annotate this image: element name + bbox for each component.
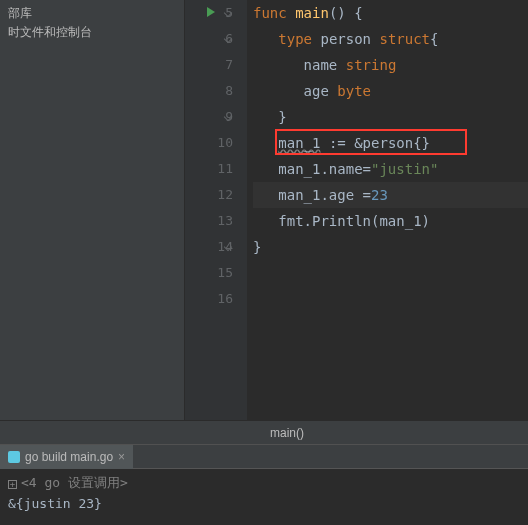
code-line[interactable]: man_1 := &person{} [253, 130, 528, 156]
sidebar-item[interactable]: 部库 [8, 4, 176, 23]
breadcrumb-text: main() [270, 426, 304, 440]
code-line[interactable]: age byte [253, 78, 528, 104]
close-icon[interactable]: × [118, 450, 125, 464]
expand-icon[interactable]: + [8, 480, 17, 489]
sidebar-item[interactable]: 时文件和控制台 [8, 23, 176, 42]
editor[interactable]: 5678910111213141516 func main() { type p… [185, 0, 528, 420]
line-number: 5 [185, 0, 233, 26]
fold-icon[interactable] [224, 113, 232, 121]
console-output: &{justin 23} [8, 494, 520, 515]
code-line[interactable] [253, 260, 528, 286]
line-number: 7 [185, 52, 233, 78]
console[interactable]: +<4 go 设置调用> &{justin 23} [0, 468, 528, 519]
line-number: 14 [185, 234, 233, 260]
line-number: 16 [185, 286, 233, 312]
line-number: 9 [185, 104, 233, 130]
line-number: 10 [185, 130, 233, 156]
code-line[interactable]: func main() { [253, 0, 528, 26]
run-tab[interactable]: go build main.go × [0, 445, 133, 469]
go-icon [8, 451, 20, 463]
sidebar: 部库 时文件和控制台 [0, 0, 185, 420]
code-line[interactable]: man_1.age =23 [253, 182, 528, 208]
line-number: 13 [185, 208, 233, 234]
code-line[interactable]: } [253, 234, 528, 260]
run-tab-bar: go build main.go × [0, 444, 528, 468]
code-line[interactable] [253, 286, 528, 312]
fold-icon[interactable] [224, 35, 232, 43]
code-line[interactable]: } [253, 104, 528, 130]
breadcrumb[interactable]: main() [0, 420, 528, 444]
line-number: 12 [185, 182, 233, 208]
run-icon[interactable] [207, 7, 215, 17]
line-number: 11 [185, 156, 233, 182]
line-number: 8 [185, 78, 233, 104]
code-area[interactable]: func main() { type person struct{ name s… [247, 0, 528, 420]
code-line[interactable]: type person struct{ [253, 26, 528, 52]
gutter: 5678910111213141516 [185, 0, 247, 420]
code-line[interactable]: fmt.Println(man_1) [253, 208, 528, 234]
code-line[interactable]: name string [253, 52, 528, 78]
line-number: 6 [185, 26, 233, 52]
line-number: 15 [185, 260, 233, 286]
fold-icon[interactable] [224, 243, 232, 251]
code-line[interactable]: man_1.name="justin" [253, 156, 528, 182]
fold-icon[interactable] [224, 9, 232, 17]
tab-label: go build main.go [25, 450, 113, 464]
console-meta: +<4 go 设置调用> [8, 473, 520, 494]
